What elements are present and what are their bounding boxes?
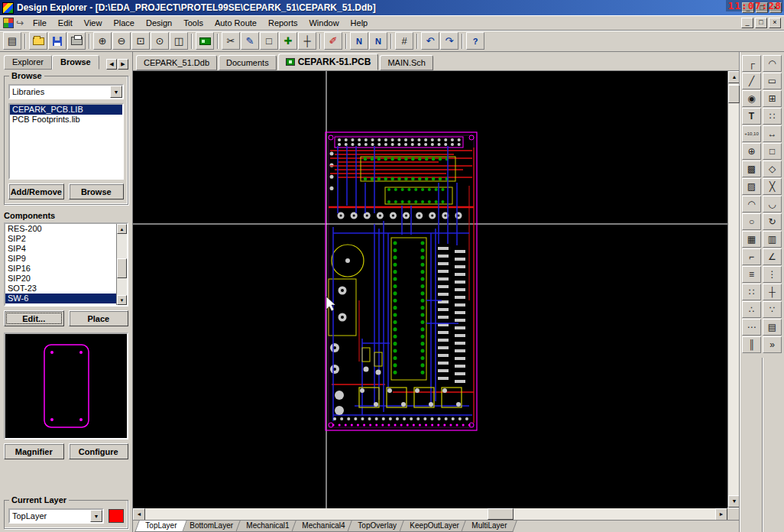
full-circle-icon[interactable]: ○ [742, 213, 761, 230]
set-origin-icon[interactable]: ⊕ [742, 143, 761, 160]
snap-grid-icon[interactable]: ┼ [763, 284, 782, 300]
workspace-icon[interactable]: ▤ [3, 32, 21, 50]
menu-view[interactable]: View [79, 17, 108, 29]
component-item-selected[interactable]: SW-6 [5, 294, 127, 303]
place-polygon-icon[interactable]: ◇ [763, 161, 782, 177]
netlist-update-icon[interactable]: N [369, 32, 387, 50]
place-string-icon[interactable]: T [742, 108, 761, 125]
menu-design[interactable]: Design [141, 17, 177, 29]
libraries-list[interactable]: CEPARK_PCB.LIB PCB Footprints.lib [8, 103, 124, 180]
add-remove-button[interactable]: Add/Remove [8, 183, 64, 200]
interactive-route-icon[interactable]: ┌ [742, 55, 761, 72]
layer-tab-multilayer[interactable]: MultiLayer [462, 521, 518, 532]
cross-icon[interactable]: ┼ [298, 32, 316, 50]
tab-documents[interactable]: Documents [219, 55, 277, 70]
tab-cepark51-pcb[interactable]: CEPARK-51.PCB [278, 54, 379, 70]
tab-cepark51-ddb[interactable]: CEPARK_51.Ddb [136, 55, 217, 70]
place-component-icon[interactable]: ▭ [763, 73, 782, 89]
slice-track-icon[interactable]: ╳ [763, 178, 782, 195]
scroll-up-icon[interactable]: ▲ [728, 71, 740, 83]
chevron-down-icon[interactable]: ▼ [110, 86, 122, 98]
vertical-scroll-track[interactable] [728, 83, 740, 495]
component-item[interactable]: SIP2 [5, 234, 127, 244]
menu-edit[interactable]: Edit [53, 17, 78, 29]
tab-browse[interactable]: Browse [52, 55, 99, 70]
red-pencil-icon[interactable]: ✐ [324, 32, 342, 50]
edge-arc-icon[interactable]: ◠ [742, 196, 761, 212]
place-dimension-icon[interactable]: ↔ [763, 125, 782, 142]
libraries-dropdown[interactable]: Libraries ▼ [8, 84, 124, 99]
selection-icon[interactable]: □ [260, 32, 278, 50]
layer-tab-bottomlayer[interactable]: BottomLayer [179, 521, 243, 532]
zoom-select-icon[interactable]: ◫ [170, 32, 188, 50]
center-arc-icon[interactable]: ◡ [763, 196, 782, 212]
align-icon[interactable]: ≡ [742, 266, 761, 283]
place-track-icon[interactable]: ╱ [742, 73, 761, 89]
mdi-close-icon[interactable]: × [769, 18, 781, 28]
undo-icon[interactable]: ↶ [421, 32, 439, 50]
scroll-down-icon[interactable]: ▼ [117, 295, 127, 305]
edit-button[interactable]: Edit... [4, 310, 64, 326]
netlist-load-icon[interactable]: N [350, 32, 368, 50]
pencil-icon[interactable]: ✎ [241, 32, 259, 50]
vertical-scroll-thumb[interactable] [728, 85, 740, 103]
menu-place[interactable]: Place [108, 17, 140, 29]
board-icon[interactable] [196, 32, 214, 50]
library-item[interactable]: CEPARK_PCB.LIB [10, 105, 122, 115]
library-item[interactable]: PCB Footprints.lib [10, 115, 122, 125]
zoom-in-icon[interactable]: ⊕ [93, 32, 112, 50]
scroll-left-icon[interactable]: ◄ [133, 508, 145, 521]
layer-tab-keepoutlayer[interactable]: KeepOutLayer [399, 521, 469, 532]
menu-file[interactable]: File [28, 17, 52, 29]
menu-help[interactable]: Help [345, 17, 374, 29]
pad-array-icon[interactable]: ∷ [763, 108, 782, 125]
place-button[interactable]: Place [69, 310, 129, 326]
layer-stack-icon[interactable]: ▤ [763, 319, 782, 336]
rotate-icon[interactable]: ↻ [763, 213, 782, 230]
more-icon[interactable]: » [763, 336, 782, 353]
component-item[interactable]: SIP16 [5, 264, 127, 274]
grid-dots-icon[interactable]: ∷ [742, 284, 761, 300]
menu-tools[interactable]: Tools [178, 17, 209, 29]
help-icon[interactable]: ? [466, 32, 484, 50]
magnifier-button[interactable]: Magnifier [4, 443, 64, 459]
scroll-right-icon[interactable]: ► [715, 508, 727, 521]
special-paste-icon[interactable]: ▥ [763, 231, 782, 248]
component-item[interactable]: SIP20 [5, 274, 127, 284]
open-folder-icon[interactable] [29, 32, 47, 50]
place-arc-icon[interactable]: ◠ [763, 55, 782, 72]
array-paste-icon[interactable]: ▦ [742, 231, 761, 248]
mdi-minimize-icon[interactable]: _ [741, 18, 753, 28]
scrollbar-thumb[interactable] [117, 258, 127, 278]
tab-explorer[interactable]: Explorer [4, 55, 52, 70]
measure-angle-icon[interactable]: ∠ [763, 248, 782, 265]
zoom-out-icon[interactable]: ⊖ [112, 32, 131, 50]
tab-scroll-left-icon[interactable]: ◀ [106, 59, 117, 70]
component-item[interactable]: SIP4 [5, 244, 127, 254]
measure-distance-icon[interactable]: ⌐ [742, 248, 761, 265]
toolbar-handle-icon[interactable]: ║ [742, 336, 761, 353]
scroll-down-icon[interactable]: ▼ [728, 495, 740, 508]
horizontal-scroll-thumb[interactable] [488, 508, 513, 520]
zoom-window-icon[interactable]: ⊡ [131, 32, 150, 50]
distribute-icon[interactable]: ⋮ [763, 266, 782, 283]
component-item[interactable]: SIP9 [5, 254, 127, 264]
tab-main-sch[interactable]: MAIN.Sch [380, 55, 433, 70]
component-array-icon[interactable]: ∴ [742, 301, 761, 318]
horizontal-scrollbar[interactable]: ◄ ► [133, 508, 740, 520]
save-icon[interactable] [48, 32, 66, 50]
browse-button[interactable]: Browse [69, 183, 125, 200]
zoom-point-icon[interactable]: ⊙ [151, 32, 169, 50]
redo-icon[interactable]: ↷ [440, 32, 458, 50]
mdi-restore-icon[interactable]: □ [755, 18, 767, 28]
split-plane-icon[interactable]: ▨ [742, 178, 761, 195]
dots-more-icon[interactable]: ⋯ [742, 319, 761, 336]
menu-window[interactable]: Window [303, 17, 344, 29]
tab-scroll-right-icon[interactable]: ▶ [118, 59, 128, 70]
layer-tab-mechanical1[interactable]: Mechanical1 [235, 521, 300, 532]
menu-auto-route[interactable]: Auto Route [209, 17, 262, 29]
place-coordinate-icon[interactable]: +10,10 [742, 125, 761, 142]
component-item[interactable]: RES-200 [5, 224, 127, 234]
layer-tab-toplayer[interactable]: TopLayer [134, 521, 187, 532]
scroll-up-icon[interactable]: ▲ [117, 224, 127, 234]
